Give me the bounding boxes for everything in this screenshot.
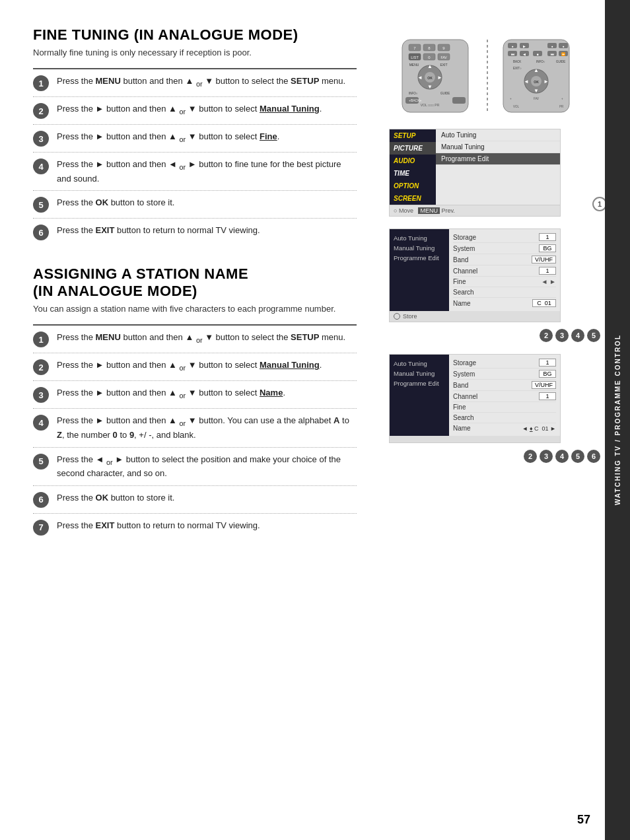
fine-step-2: 2 Press the ► button and then ▲ or ▼ but… bbox=[33, 97, 357, 125]
step-circle2-3: 3 bbox=[540, 450, 553, 463]
fine-step-3: 3 Press the ► button and then ▲ or ▼ but… bbox=[33, 125, 357, 153]
remote-1-svg: 7 8 9 LIST 0 FAV MENU EXIT bbox=[389, 36, 481, 116]
tuning-panel-1: Auto Tuning Manual Tuning Programme Edit… bbox=[389, 228, 561, 322]
assign-step-num-1: 1 bbox=[33, 332, 49, 347]
fine-step-num-3: 3 bbox=[33, 131, 49, 147]
menu-item-audio: AUDIO bbox=[390, 155, 436, 167]
assign-step-num-6: 6 bbox=[33, 492, 49, 508]
assign-step-text-2: Press the ► button and then ▲ or ▼ butto… bbox=[57, 359, 322, 373]
step-circle-3: 3 bbox=[555, 329, 569, 342]
tuning-row-fine: Fine ◄ ► bbox=[453, 277, 556, 287]
fine-step-4: 4 Press the ► button and then ◄ or ► but… bbox=[33, 153, 357, 191]
step-circle-5: 5 bbox=[587, 329, 600, 342]
fine-step-text-2: Press the ► button and then ▲ or ▼ butto… bbox=[57, 102, 322, 117]
fine-step-5: 5 Press the OK button to store it. bbox=[33, 191, 357, 219]
tuning2-auto: Auto Tuning bbox=[394, 359, 445, 368]
fine-step-text-6: Press the EXIT button to return to norma… bbox=[57, 224, 260, 237]
svg-text:►: ► bbox=[437, 75, 442, 81]
menu-panel-inner: SETUP PICTURE AUDIO TIME OPTION SCREEN A… bbox=[390, 129, 560, 205]
fine-step-num-6: 6 bbox=[33, 225, 49, 240]
svg-text:▼: ▼ bbox=[427, 84, 433, 90]
menu-right: Auto Tuning Manual Tuning Programme Edit bbox=[436, 129, 560, 205]
sidebar-right: WATCHING TV / PROGRAMME CONTROL bbox=[605, 0, 630, 840]
menu-diagram: SETUP PICTURE AUDIO TIME OPTION SCREEN A… bbox=[389, 129, 600, 217]
tuning-row-storage: Storage 1 bbox=[453, 232, 556, 243]
menu-item-setup: SETUP bbox=[390, 129, 436, 142]
menu-right-manual-tuning: Manual Tuning bbox=[436, 141, 560, 153]
svg-rect-25 bbox=[452, 97, 466, 104]
svg-text:▶: ▶ bbox=[523, 44, 526, 48]
svg-text:►: ► bbox=[543, 79, 549, 85]
tuning2-row-channel: Channel 1 bbox=[453, 391, 556, 402]
step-circle2-6: 6 bbox=[587, 450, 600, 463]
fine-step-num-2: 2 bbox=[33, 103, 49, 119]
assign-step-num-4: 4 bbox=[33, 415, 49, 431]
svg-text:FAV: FAV bbox=[440, 55, 447, 59]
step-circle2-5: 5 bbox=[571, 450, 584, 463]
tuning-diagram-2: Auto Tuning Manual Tuning Programme Edit… bbox=[389, 354, 600, 463]
sidebar-text: WATCHING TV / PROGRAMME CONTROL bbox=[614, 334, 621, 505]
tuning2-manual: Manual Tuning bbox=[394, 368, 445, 378]
svg-text:+BACK+: +BACK+ bbox=[409, 98, 422, 102]
assign-step-text-1: Press the MENU button and then ▲ or ▼ bu… bbox=[57, 331, 345, 345]
assign-step-6: 6 Press the OK button to store it. bbox=[33, 486, 357, 514]
svg-text:INFO○: INFO○ bbox=[409, 92, 418, 95]
assign-step-5: 5 Press the ◄ or ► button to select the … bbox=[33, 448, 357, 486]
svg-text:+: + bbox=[561, 97, 563, 100]
svg-text:●: ● bbox=[562, 44, 564, 48]
tuning-row-search: Search bbox=[453, 287, 556, 298]
tuning-row-name: Name C 01 bbox=[453, 298, 556, 308]
tuning-prog-edit: Programme Edit bbox=[394, 253, 445, 263]
tuning-row-system: System BG bbox=[453, 243, 556, 254]
assign-step-num-5: 5 bbox=[33, 454, 49, 470]
menu-item-time: TIME bbox=[390, 167, 436, 180]
svg-text:OK: OK bbox=[534, 80, 539, 84]
fine-step-text-4: Press the ► button and then ◄ or ► butto… bbox=[57, 158, 357, 185]
page-number: 57 bbox=[577, 813, 590, 827]
tuning-footer-1: Store bbox=[390, 311, 560, 322]
step-circle2-2: 2 bbox=[524, 450, 537, 463]
tuning-auto: Auto Tuning bbox=[394, 233, 445, 243]
svg-text:VOL □□□ PR: VOL □□□ PR bbox=[421, 103, 440, 107]
fine-step-num-5: 5 bbox=[33, 197, 49, 213]
svg-text:⏮: ⏮ bbox=[511, 52, 514, 56]
svg-text:◀: ◀ bbox=[523, 52, 526, 56]
tuning-row-band: Band V/UHF bbox=[453, 254, 556, 265]
svg-text:MENU: MENU bbox=[409, 63, 419, 67]
assign-step-1: 1 Press the MENU button and then ▲ or ▼ … bbox=[33, 326, 357, 353]
tuning-right-1: Storage 1 System BG Band V/UHF Channel bbox=[449, 229, 560, 311]
tuning-left-1: Auto Tuning Manual Tuning Programme Edit bbox=[390, 229, 449, 311]
tuning-left-2: Auto Tuning Manual Tuning Programme Edit bbox=[390, 355, 449, 436]
svg-text:VOL: VOL bbox=[513, 105, 520, 108]
menu-item-option: OPTION bbox=[390, 180, 436, 192]
svg-text:GUIDE: GUIDE bbox=[556, 60, 565, 63]
svg-text:■: ■ bbox=[536, 52, 538, 56]
svg-text:FAV: FAV bbox=[534, 97, 539, 100]
remote-2: ● ▶ ● ● ⏮ ◀ ■ ⏭ ⏩ BACK bbox=[493, 36, 579, 116]
tuning-footer-2 bbox=[390, 436, 560, 442]
store-label: Store bbox=[403, 313, 417, 320]
fine-step-text-1: Press the MENU button and then ▲ or ▼ bu… bbox=[57, 75, 345, 89]
menu-item-picture: PICTURE bbox=[390, 142, 436, 155]
svg-text:▲: ▲ bbox=[427, 63, 433, 69]
svg-text:◄: ◄ bbox=[417, 75, 423, 81]
svg-text:+: + bbox=[510, 97, 512, 100]
tuning-right-2: Storage 1 System BG Band V/UHF Channel bbox=[449, 355, 560, 436]
assign-step-text-6: Press the OK button to store it. bbox=[57, 491, 174, 505]
tuning-panel-2: Auto Tuning Manual Tuning Programme Edit… bbox=[389, 354, 561, 443]
tuning-manual: Manual Tuning bbox=[394, 243, 445, 253]
fine-step-text-5: Press the OK button to store it. bbox=[57, 196, 174, 209]
fine-step-6: 6 Press the EXIT button to return to nor… bbox=[33, 219, 357, 246]
fine-step-num-4: 4 bbox=[33, 158, 49, 174]
svg-text:▼: ▼ bbox=[534, 88, 539, 94]
assigning-steps: 1 Press the MENU button and then ▲ or ▼ … bbox=[33, 324, 357, 541]
right-diagrams: 7 8 9 LIST 0 FAV MENU EXIT bbox=[389, 36, 600, 475]
tuning2-prog-edit: Programme Edit bbox=[394, 378, 445, 388]
svg-text:PR: PR bbox=[559, 105, 564, 108]
fine-tuning-steps: 1 Press the MENU button and then ▲ or ▼ … bbox=[33, 68, 357, 246]
svg-text:LIST: LIST bbox=[411, 55, 419, 59]
svg-text:●: ● bbox=[511, 44, 513, 48]
assign-step-text-4: Press the ► button and then ▲ or ▼ butto… bbox=[57, 414, 357, 441]
tuning2-row-name: Name ◄ ♦ C 01 ► bbox=[453, 423, 556, 433]
tuning2-row-fine: Fine bbox=[453, 402, 556, 413]
